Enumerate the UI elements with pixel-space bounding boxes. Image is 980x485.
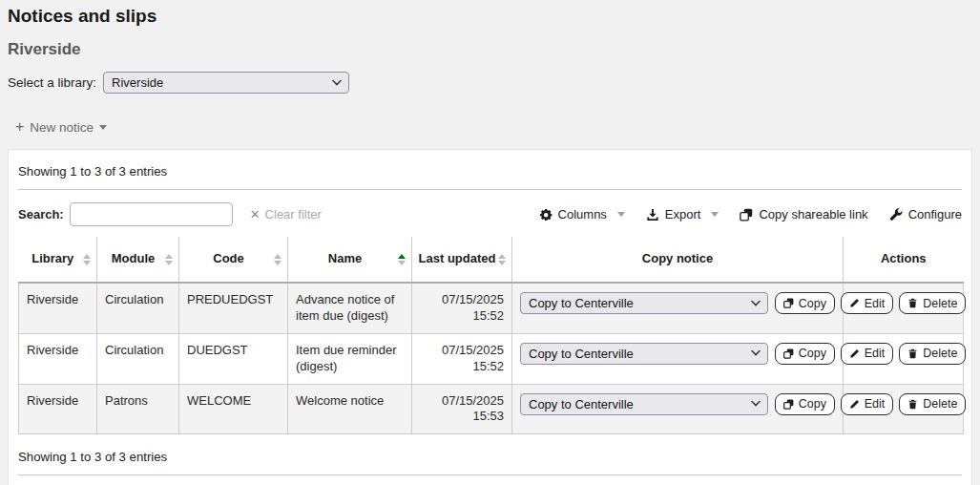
cell-module: Patrons (97, 384, 179, 434)
export-label: Export (665, 207, 701, 221)
delete-button[interactable]: Delete (899, 292, 966, 314)
column-header-actions: Actions (844, 237, 964, 283)
sort-arrows-icon (274, 254, 281, 265)
copy-button[interactable]: Copy (775, 343, 835, 365)
library-select-wrapper: Riverside (103, 72, 349, 94)
caret-down-icon (617, 212, 625, 217)
cell-code: PREDUEDGST (179, 283, 288, 333)
notices-table: Library Module Code Name (18, 237, 964, 434)
copy-icon (783, 298, 794, 308)
copy-button[interactable]: Copy (775, 393, 835, 415)
cell-actions: Edit Delete (844, 333, 964, 384)
columns-label: Columns (558, 207, 607, 221)
table-row: Riverside Patrons WELCOME Welcome notice… (19, 384, 964, 434)
copy-target-select-wrapper: Copy to Centerville (520, 292, 768, 314)
pencil-icon (849, 298, 860, 308)
copy-target-select[interactable]: Copy to Centerville (520, 343, 768, 365)
gear-icon (539, 208, 553, 221)
trash-icon (907, 399, 918, 410)
clear-filter-label: Clear filter (265, 207, 322, 221)
table-row: Riverside Circulation DUEDGST Item due r… (19, 333, 964, 384)
copy-target-select[interactable]: Copy to Centerville (520, 393, 768, 415)
caret-down-icon (99, 125, 107, 130)
wrench-icon (889, 208, 903, 221)
plus-icon: + (15, 119, 24, 135)
copy-target-select-wrapper: Copy to Centerville (520, 393, 768, 415)
cell-name: Welcome notice (288, 384, 412, 434)
cell-module: Circulation (97, 333, 179, 384)
showing-entries-bottom: Showing 1 to 3 of 3 entries (18, 450, 962, 464)
select-library-label: Select a library: (8, 75, 96, 90)
notices-panel: Showing 1 to 3 of 3 entries Search: ✕ Cl… (8, 149, 972, 485)
search-input[interactable] (70, 202, 233, 226)
cell-name: Advance notice of item due (digest) (288, 283, 412, 333)
page-title: Notices and slips (8, 6, 972, 27)
delete-button[interactable]: Delete (899, 393, 966, 415)
table-row: Riverside Circulation PREDUEDGST Advance… (19, 283, 964, 333)
edit-button[interactable]: Edit (841, 343, 894, 365)
cell-actions: Edit Delete (844, 384, 964, 434)
library-select[interactable]: Riverside (103, 72, 349, 94)
sort-arrows-icon (498, 254, 506, 265)
x-icon: ✕ (250, 207, 261, 221)
copy-target-select-wrapper: Copy to Centerville (520, 343, 768, 365)
cell-library: Riverside (19, 333, 97, 384)
columns-button[interactable]: Columns (539, 207, 625, 221)
edit-button[interactable]: Edit (841, 292, 894, 314)
pencil-icon (849, 348, 860, 359)
sort-arrows-icon (398, 254, 406, 265)
cell-library: Riverside (19, 384, 97, 434)
copy-icon (783, 348, 794, 359)
cell-code: DUEDGST (179, 333, 288, 384)
cell-last-updated: 07/15/2025 15:53 (412, 384, 512, 434)
column-header-library[interactable]: Library (19, 237, 97, 283)
export-button[interactable]: Export (646, 207, 719, 221)
cell-copy-notice: Copy to Centerville Copy (512, 333, 844, 384)
column-header-name[interactable]: Name (288, 237, 412, 283)
cell-last-updated: 07/15/2025 15:52 (412, 333, 512, 384)
cell-copy-notice: Copy to Centerville Copy (512, 384, 844, 434)
sort-arrows-icon (165, 254, 173, 265)
search-group: Search: ✕ Clear filter (18, 202, 327, 226)
copy-icon (740, 208, 753, 221)
column-header-copy-notice: Copy notice (512, 237, 844, 283)
cell-copy-notice: Copy to Centerville Copy (512, 283, 844, 333)
pencil-icon (849, 399, 860, 410)
caret-down-icon (711, 212, 719, 217)
copy-icon (783, 399, 794, 410)
edit-button[interactable]: Edit (841, 393, 894, 415)
search-label: Search: (18, 207, 64, 221)
showing-entries-top: Showing 1 to 3 of 3 entries (18, 164, 962, 179)
clear-filter-button[interactable]: ✕ Clear filter (244, 206, 327, 222)
page: Notices and slips Riverside Select a lib… (0, 6, 980, 485)
library-select-row: Select a library: Riverside (8, 72, 972, 94)
cell-code: WELCOME (179, 384, 288, 434)
copy-target-select[interactable]: Copy to Centerville (520, 292, 768, 314)
delete-button[interactable]: Delete (899, 343, 966, 365)
copy-button[interactable]: Copy (775, 292, 835, 314)
column-header-code[interactable]: Code (179, 237, 288, 283)
cell-last-updated: 07/15/2025 15:52 (412, 283, 512, 333)
library-heading: Riverside (8, 40, 972, 59)
trash-icon (907, 298, 918, 308)
table-header-row: Library Module Code Name (19, 237, 964, 283)
cell-library: Riverside (19, 283, 97, 333)
copy-shareable-link-label: Copy shareable link (759, 207, 867, 221)
cell-actions: Edit Delete (844, 283, 964, 333)
table-toolbar: Search: ✕ Clear filter Columns Export (18, 202, 962, 226)
divider (18, 474, 962, 475)
new-notice-label: New notice (30, 120, 94, 135)
table-tools: Columns Export Copy shareable link Confi… (539, 207, 962, 221)
configure-label: Configure (908, 207, 962, 221)
column-header-last-updated[interactable]: Last updated (412, 237, 512, 283)
download-icon (646, 208, 659, 221)
column-header-module[interactable]: Module (97, 237, 179, 283)
sort-arrows-icon (83, 254, 91, 265)
cell-module: Circulation (97, 283, 179, 333)
divider (18, 189, 962, 190)
copy-shareable-link-button[interactable]: Copy shareable link (740, 207, 867, 221)
cell-name: Item due reminder (digest) (288, 333, 412, 384)
new-notice-button[interactable]: + New notice (15, 119, 107, 135)
configure-button[interactable]: Configure (889, 207, 962, 221)
trash-icon (907, 348, 918, 359)
